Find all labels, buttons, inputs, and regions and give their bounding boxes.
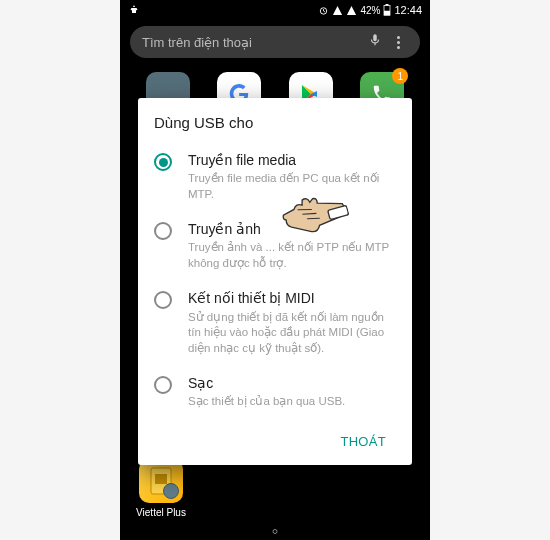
home-indicator	[273, 529, 278, 534]
status-time: 12:44	[394, 4, 422, 16]
search-bar[interactable]: Tìm trên điện thoại	[130, 26, 420, 58]
app-label: Viettel Plus	[134, 507, 188, 518]
dialog-title: Dùng USB cho	[154, 114, 396, 131]
option-desc: Sử dụng thiết bị đã kết nối làm nguồn tí…	[188, 310, 396, 357]
option-label: Kết nối thiết bị MIDI	[188, 289, 396, 307]
alarm-icon	[318, 5, 329, 16]
svg-rect-2	[386, 4, 389, 6]
sim-settings-icon	[139, 459, 183, 503]
radio-icon	[154, 291, 172, 309]
option-label: Truyền file media	[188, 151, 396, 169]
phone-badge: 1	[392, 68, 408, 84]
viettel-app[interactable]: Viettel Plus	[134, 459, 188, 518]
option-photo-transfer[interactable]: Truyền ảnh Truyền ảnh và ... kết nối PTP…	[154, 214, 396, 283]
radio-icon	[154, 376, 172, 394]
svg-rect-6	[155, 474, 167, 484]
battery-icon	[383, 4, 391, 16]
option-desc: Sạc thiết bị của bạn qua USB.	[188, 394, 396, 410]
status-bar: 42% 12:44	[120, 0, 430, 20]
option-charge[interactable]: Sạc Sạc thiết bị của bạn qua USB.	[154, 368, 396, 422]
radio-selected-icon	[154, 153, 172, 171]
option-midi[interactable]: Kết nối thiết bị MIDI Sử dụng thiết bị đ…	[154, 283, 396, 368]
battery-percent: 42%	[360, 5, 380, 16]
usb-dialog: Dùng USB cho Truyền file media Truyền fi…	[138, 98, 412, 465]
mic-icon[interactable]	[368, 33, 382, 51]
search-placeholder: Tìm trên điện thoại	[142, 35, 368, 50]
notification-icon	[128, 4, 140, 16]
signal-icon	[332, 5, 343, 16]
svg-rect-3	[384, 11, 390, 16]
phone-screen: 42% 12:44 Tìm trên điện thoại 1 Dùng USB…	[120, 0, 430, 540]
radio-icon	[154, 222, 172, 240]
option-label: Sạc	[188, 374, 396, 392]
more-icon[interactable]	[388, 26, 408, 58]
exit-button[interactable]: THOÁT	[330, 426, 396, 457]
signal-icon-2	[346, 5, 357, 16]
